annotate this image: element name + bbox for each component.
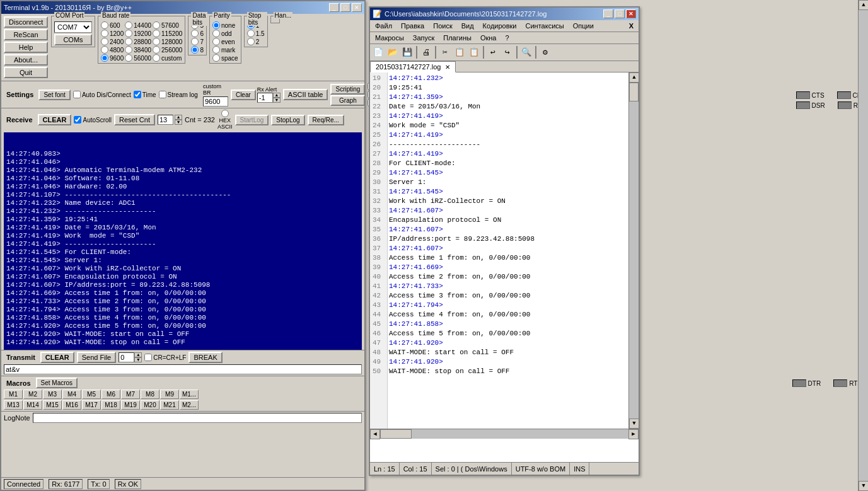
macro-btn-M16[interactable]: M16 <box>62 400 81 410</box>
menu-encoding[interactable]: Кодировки <box>479 21 521 30</box>
menu-help[interactable]: ? <box>501 33 512 42</box>
baud-38400[interactable] <box>125 46 132 54</box>
auto-dis-connect-check[interactable] <box>73 91 81 98</box>
break-btn[interactable]: BREAK <box>188 352 222 363</box>
find-icon[interactable]: 🔍 <box>519 45 533 59</box>
hscroll-track[interactable] <box>380 429 628 439</box>
req-rep-btn[interactable]: Req/Re... <box>308 115 344 125</box>
parity-even[interactable] <box>212 38 220 45</box>
tab-logfile[interactable]: 20150317142727.log ✕ <box>370 61 456 72</box>
terminal-maximize-btn[interactable]: □ <box>340 3 350 12</box>
parity-none[interactable] <box>212 21 220 29</box>
send-file-btn[interactable]: Send File <box>77 352 116 363</box>
rescan-btn[interactable]: ReScan <box>4 29 48 40</box>
notepad-text[interactable]: 14:27:41.232> 19:25:4114:27:41.359> Date… <box>388 72 628 429</box>
baud-600[interactable] <box>101 21 108 29</box>
hscroll-thumb[interactable] <box>380 429 412 439</box>
redo-icon[interactable]: ↪ <box>501 45 514 59</box>
print-icon[interactable]: 🖨 <box>419 45 433 59</box>
terminal-minimize-btn[interactable]: _ <box>329 3 339 12</box>
notepad-maximize-btn[interactable]: □ <box>615 9 625 18</box>
lognote-input[interactable] <box>33 413 362 423</box>
stream-log-check[interactable] <box>159 91 166 98</box>
stoplog-btn[interactable]: StopLog <box>271 115 304 125</box>
notepad-close-btn[interactable]: ✕ <box>626 9 636 18</box>
menu-macros[interactable]: Макросы <box>371 33 408 42</box>
macro-btn-M3[interactable]: M3 <box>43 390 62 399</box>
vscroll-thumb[interactable] <box>629 83 639 101</box>
vscroll-up-btn[interactable]: ▲ <box>629 72 639 83</box>
vscroll-down-btn[interactable]: ▼ <box>629 419 639 429</box>
copy-icon[interactable]: 📋 <box>453 45 466 59</box>
set-font-btn[interactable]: Set font <box>38 90 70 100</box>
hscroll-left-btn[interactable]: ◀ <box>370 429 380 439</box>
transmit-up[interactable]: ▲ <box>134 352 142 357</box>
notepad-vscrollbar[interactable]: ▲ ▼ <box>628 72 639 429</box>
main-vscroll-up[interactable]: ▲ <box>859 0 868 10</box>
menu-close-x[interactable]: X <box>625 21 637 30</box>
vscroll-track[interactable] <box>629 83 639 419</box>
parity-odd[interactable] <box>212 30 220 37</box>
macro-btn-M1...[interactable]: M1... <box>180 390 199 399</box>
cnt-down[interactable]: ▼ <box>175 120 182 125</box>
receive-clear-btn[interactable]: CLEAR <box>38 114 72 125</box>
dbits-8[interactable] <box>191 46 199 54</box>
help-btn[interactable]: Help <box>4 42 48 53</box>
macro-btn-M2[interactable]: M2 <box>23 390 42 399</box>
macro-btn-M2...[interactable]: M2... <box>180 400 199 410</box>
transmit-clear-btn[interactable]: CLEAR <box>40 352 74 363</box>
macro-btn-M13[interactable]: M13 <box>4 400 23 410</box>
new-file-icon[interactable]: 📄 <box>371 45 385 59</box>
ascii-table-btn[interactable]: ASCII table <box>283 89 328 100</box>
terminal-close-btn[interactable]: ✕ <box>352 3 362 12</box>
macro-btn-M17[interactable]: M17 <box>82 400 101 410</box>
cr-cr-lf-check[interactable] <box>144 354 152 361</box>
baud-57600[interactable] <box>153 21 160 29</box>
rx-alert-input[interactable] <box>257 93 273 103</box>
dbits-7[interactable] <box>191 38 199 45</box>
save-file-icon[interactable]: 💾 <box>400 45 414 59</box>
macro-btn-M18[interactable]: M18 <box>101 400 120 410</box>
atv-input[interactable] <box>4 364 362 374</box>
baud-1200[interactable] <box>101 30 108 37</box>
main-vscroll-track[interactable] <box>859 10 868 481</box>
macro-btn-M6[interactable]: M6 <box>101 390 120 399</box>
macro-btn-M8[interactable]: M8 <box>141 390 159 399</box>
menu-run[interactable]: Запуск <box>409 33 438 42</box>
quit-btn[interactable]: Quit <box>4 67 48 78</box>
autoscroll-check[interactable] <box>74 116 81 124</box>
parity-mark[interactable] <box>212 46 220 54</box>
macro-btn-M14[interactable]: M14 <box>23 400 42 410</box>
macro-btn-M4[interactable]: M4 <box>62 390 81 399</box>
baud-256000[interactable] <box>153 46 160 54</box>
macro-btn-M1[interactable]: M1 <box>4 390 23 399</box>
macro-btn-M7[interactable]: M7 <box>121 390 140 399</box>
tab-close-btn[interactable]: ✕ <box>445 64 450 71</box>
baud-custom[interactable] <box>153 54 160 62</box>
transmit-counter[interactable] <box>119 352 134 362</box>
macro-btn-M20[interactable]: M20 <box>141 400 159 410</box>
cnt-input[interactable] <box>158 115 173 125</box>
menu-edit[interactable]: Правка <box>397 21 428 30</box>
baud-9600[interactable] <box>101 54 108 62</box>
macro-btn-M9[interactable]: M9 <box>160 390 179 399</box>
main-vscroll-down[interactable]: ▼ <box>859 481 868 491</box>
baud-56000[interactable] <box>125 54 132 62</box>
baud-115200[interactable] <box>153 30 160 37</box>
disconnect-btn[interactable]: Disconnect <box>4 16 48 28</box>
cnt-up[interactable]: ▲ <box>175 115 182 120</box>
rx-alert-down[interactable]: ▼ <box>273 98 281 103</box>
menu-syntax[interactable]: Синтаксисы <box>522 21 568 30</box>
menu-windows[interactable]: Окна <box>477 33 501 42</box>
scripting-btn[interactable]: Scripting <box>330 84 365 95</box>
reset-cnt-btn[interactable]: Reset Cnt <box>114 114 155 125</box>
parity-space[interactable] <box>212 54 220 62</box>
menu-plugins[interactable]: Плагины <box>439 33 475 42</box>
macro-btn-M15[interactable]: M15 <box>43 400 62 410</box>
menu-view[interactable]: Вид <box>458 21 478 30</box>
hex-radio[interactable] <box>221 110 229 117</box>
settings-icon[interactable]: ⚙ <box>538 45 552 59</box>
baud-19200[interactable] <box>125 30 132 37</box>
menu-search[interactable]: Поиск <box>429 21 456 30</box>
about-btn[interactable]: About... <box>4 54 48 66</box>
